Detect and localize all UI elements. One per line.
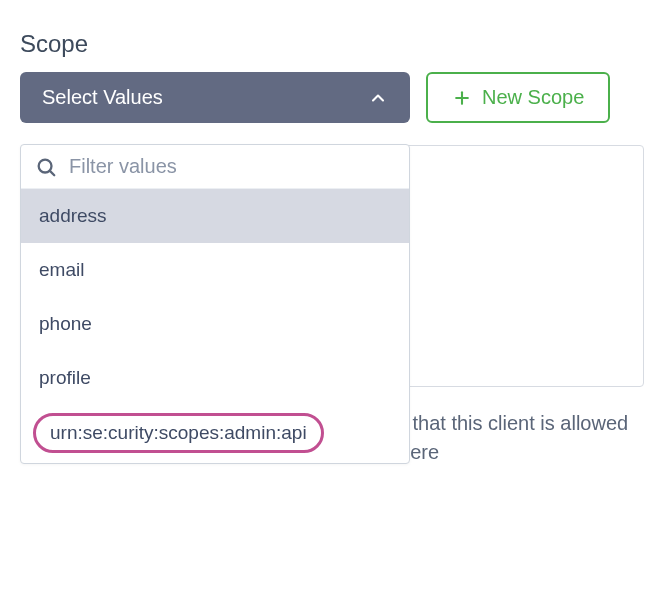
option-phone[interactable]: phone — [21, 297, 409, 351]
select-values-trigger[interactable]: Select Values — [20, 72, 410, 123]
svg-line-3 — [50, 171, 54, 175]
dropdown-panel: address email phone profile urn:se:curit… — [20, 144, 410, 464]
chevron-up-icon — [368, 88, 388, 108]
search-icon — [35, 156, 57, 178]
filter-input[interactable] — [69, 155, 395, 178]
field-label: Scope — [20, 30, 644, 58]
select-values-label: Select Values — [42, 86, 163, 109]
filter-row — [21, 145, 409, 189]
plus-icon — [452, 88, 472, 108]
option-email[interactable]: email — [21, 243, 409, 297]
option-profile[interactable]: profile — [21, 351, 409, 405]
option-admin-api[interactable]: urn:se:curity:scopes:admin:api — [33, 413, 324, 453]
new-scope-button[interactable]: New Scope — [426, 72, 610, 123]
option-address[interactable]: address — [21, 189, 409, 243]
controls-row: Select Values New Scope — [20, 72, 644, 123]
new-scope-label: New Scope — [482, 86, 584, 109]
